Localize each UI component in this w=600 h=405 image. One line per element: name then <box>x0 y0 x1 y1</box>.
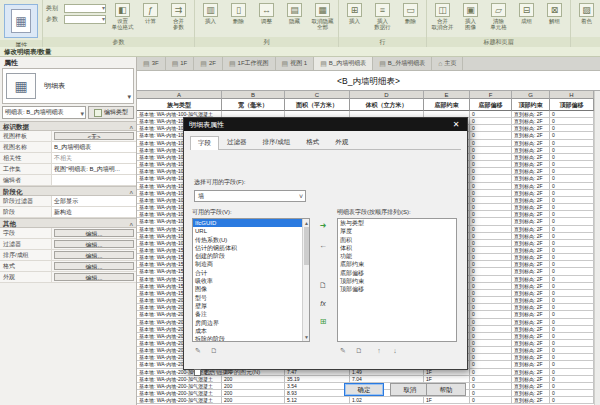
edit-scheduled-field-button[interactable]: ✎ <box>337 346 349 357</box>
table-cell[interactable]: 0 <box>550 147 594 154</box>
table-cell[interactable]: 0 <box>550 233 594 240</box>
table-cell[interactable]: 0 <box>550 276 594 283</box>
table-cell[interactable]: 0 <box>550 369 594 376</box>
view-tab-B_内墙明细表[interactable]: ▤B_内墙明细表 <box>314 57 373 70</box>
column-header[interactable]: 宽（毫米） <box>222 99 285 111</box>
scheduled-field-item[interactable]: 体积 <box>338 244 456 252</box>
table-cell[interactable]: 0 <box>550 347 594 354</box>
table-cell[interactable]: 0 <box>470 276 512 283</box>
table-cell[interactable]: 直到标高: 2F <box>512 254 550 261</box>
view-tab-B_外墙明细表[interactable]: ▤B_外墙明细表 <box>373 57 432 70</box>
available-field-item[interactable]: 估计的钢筋体积 <box>193 244 309 252</box>
scheduled-field-item[interactable]: 顶部偏移 <box>338 285 456 293</box>
table-cell[interactable]: 0 <box>470 261 512 268</box>
view-tab-视图 1[interactable]: ▤视图 1 <box>276 57 315 70</box>
table-cell[interactable]: 0 <box>550 218 594 225</box>
插入图像-button[interactable]: ▣插入 图像 <box>457 2 484 30</box>
edit-button[interactable]: 编辑... <box>54 229 134 237</box>
help-button[interactable]: 帮助 <box>426 383 466 396</box>
edit-available-field-button[interactable]: ✎ <box>192 346 204 357</box>
着色-button[interactable]: ▨着色 <box>573 2 600 24</box>
table-cell[interactable]: 0 <box>550 283 594 290</box>
table-cell[interactable]: 0 <box>470 361 512 368</box>
table-cell[interactable]: 0 <box>470 233 512 240</box>
column-header[interactable]: 体积（立方米） <box>350 99 424 111</box>
available-field-item[interactable]: 备注 <box>193 310 309 318</box>
table-cell[interactable]: 0 <box>470 154 512 161</box>
table-cell[interactable]: 0 <box>550 140 594 147</box>
table-cell[interactable]: 0 <box>470 175 512 182</box>
table-cell[interactable]: 直到标高: 2F <box>512 190 550 197</box>
table-cell[interactable]: 5.12 <box>285 397 350 404</box>
table-cell[interactable]: 7.04 <box>350 376 424 383</box>
close-icon[interactable]: ✕ <box>445 120 467 129</box>
table-cell[interactable]: 直到标高: 2F <box>512 283 550 290</box>
插入数据行-button[interactable]: ≡插入 数据行 <box>369 2 396 30</box>
scheduled-field-item[interactable]: 面积 <box>338 236 456 244</box>
view-tab-3F[interactable]: ▤3F <box>137 57 166 70</box>
table-cell[interactable]: 基本墙: WA-内墙-200-加气混凝土 <box>137 383 222 390</box>
table-cell[interactable]: 0 <box>470 340 512 347</box>
scheduled-field-item[interactable]: 族与类型 <box>338 219 456 227</box>
table-cell[interactable]: 0 <box>470 290 512 297</box>
table-cell[interactable]: 0 <box>550 361 594 368</box>
table-cell[interactable]: 0 <box>550 390 594 397</box>
scrollbar-thumb[interactable] <box>304 227 309 265</box>
table-cell[interactable]: 0 <box>470 125 512 132</box>
table-cell[interactable]: 直到标高: 2F <box>512 311 550 318</box>
table-cell[interactable]: 0 <box>550 319 594 326</box>
available-field-item[interactable]: 型号 <box>193 294 309 302</box>
table-cell[interactable]: 0 <box>470 326 512 333</box>
table-cell[interactable]: 直到标高: 2F <box>512 276 550 283</box>
合并参数-button[interactable]: ⇉合并 参数 <box>165 2 192 30</box>
解组-button[interactable]: ⊠解组 <box>541 2 568 24</box>
table-cell[interactable]: 0 <box>550 254 594 261</box>
table-cell[interactable]: 0 <box>550 204 594 211</box>
table-cell[interactable]: 0 <box>470 347 512 354</box>
table-cell[interactable]: 直到标高: 2F <box>512 354 550 361</box>
view-tab-1F工作视图[interactable]: ▤1F工作视图 <box>223 57 276 70</box>
table-cell[interactable]: 直到标高: 2F <box>512 125 550 132</box>
table-cell[interactable]: 3.54 <box>285 383 350 390</box>
available-field-item[interactable]: 吸收率 <box>193 277 309 285</box>
计算-button[interactable]: ƒ计算 <box>137 2 164 24</box>
new-parameter-button[interactable]: 🗋 <box>315 280 331 293</box>
参数-combo[interactable] <box>64 15 106 24</box>
include-linked-checkbox-row[interactable]: 包含链接中的图元(N) <box>194 368 260 377</box>
table-cell[interactable]: 0 <box>470 333 512 340</box>
table-cell[interactable]: 0 <box>470 254 512 261</box>
move-field-up-button[interactable]: ↑ <box>373 346 385 357</box>
available-field-item[interactable]: 合计 <box>193 269 309 277</box>
dialog-titlebar[interactable]: 明细表属性 ✕ <box>184 118 467 131</box>
scheduled-fields-list[interactable]: 族与类型厚度面积体积功能底部约束底部偏移顶部约束顶部偏移 <box>337 218 457 342</box>
table-cell[interactable]: 0 <box>470 311 512 318</box>
table-cell[interactable]: 直到标高: 2F <box>512 204 550 211</box>
table-cell[interactable]: 直到标高: 2F <box>512 361 550 368</box>
table-cell[interactable]: 0 <box>550 297 594 304</box>
table-cell[interactable]: 直到标高: 2F <box>512 347 550 354</box>
available-field-item[interactable]: URL <box>193 227 309 235</box>
table-cell[interactable]: 0 <box>470 297 512 304</box>
table-cell[interactable]: 0 <box>550 197 594 204</box>
table-cell[interactable]: 0 <box>470 240 512 247</box>
available-field-item[interactable]: 房间边界 <box>193 319 309 327</box>
table-cell[interactable]: 0 <box>470 383 512 390</box>
table-cell[interactable]: 直到标高: 2F <box>512 297 550 304</box>
table-cell[interactable]: 直到标高: 2F <box>512 290 550 297</box>
available-fields-list[interactable]: IfcGUIDURL传热系数(U)估计的钢筋体积创建的阶段制造商合计吸收率图像型… <box>192 218 310 342</box>
table-cell[interactable]: 0 <box>550 175 594 182</box>
table-cell[interactable]: 200 <box>222 383 285 390</box>
table-cell[interactable]: 0 <box>470 140 512 147</box>
table-cell[interactable]: 直到标高: 2F <box>512 132 550 139</box>
table-cell[interactable]: 直到标高: 2F <box>512 183 550 190</box>
table-cell[interactable]: 0 <box>470 218 512 225</box>
table-cell[interactable]: 200 <box>222 397 285 404</box>
取消隐藏全部-button[interactable]: ▦取消隐藏 全部 <box>309 2 336 30</box>
table-cell[interactable]: 0 <box>550 376 594 383</box>
table-cell[interactable]: 0 <box>550 154 594 161</box>
scroll-up-icon[interactable]: ▲ <box>303 219 310 227</box>
table-cell[interactable]: 0 <box>550 383 594 390</box>
table-cell[interactable]: 0 <box>470 247 512 254</box>
table-cell[interactable]: 0 <box>550 304 594 311</box>
插入-button[interactable]: ▥插入 <box>197 2 224 24</box>
